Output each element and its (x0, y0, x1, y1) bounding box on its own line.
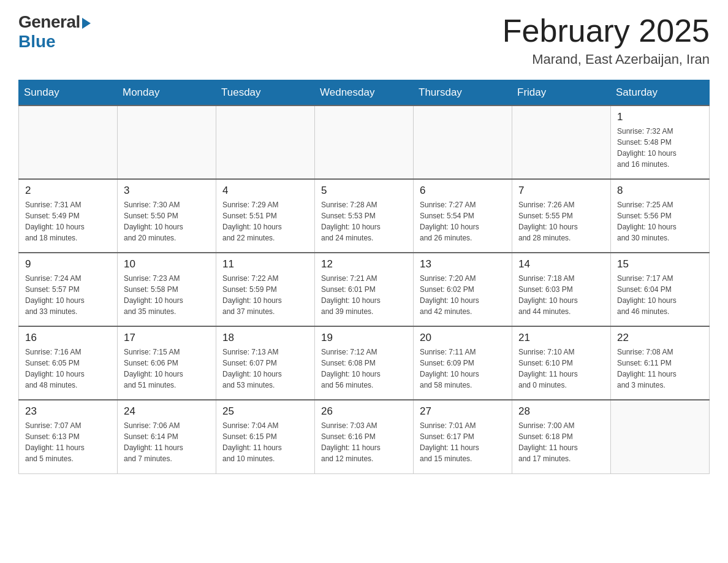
day-number: 8 (617, 185, 703, 197)
page-header: General Blue February 2025 Marand, East … (18, 12, 710, 67)
calendar-header-thursday: Thursday (414, 80, 512, 106)
calendar-cell: 22Sunrise: 7:08 AM Sunset: 6:11 PM Dayli… (611, 326, 710, 400)
location-title: Marand, East Azerbaijan, Iran (502, 52, 710, 67)
calendar-cell: 25Sunrise: 7:04 AM Sunset: 6:15 PM Dayli… (216, 400, 315, 473)
day-info: Sunrise: 7:29 AM Sunset: 5:51 PM Dayligh… (222, 199, 308, 243)
day-number: 13 (420, 258, 506, 270)
day-number: 15 (617, 258, 703, 270)
day-number: 4 (222, 185, 308, 197)
calendar-header-row: SundayMondayTuesdayWednesdayThursdayFrid… (19, 80, 710, 106)
day-number: 3 (124, 185, 210, 197)
day-info: Sunrise: 7:11 AM Sunset: 6:09 PM Dayligh… (420, 347, 506, 391)
logo-general-text: General (18, 12, 80, 32)
calendar-header-friday: Friday (512, 80, 611, 106)
day-number: 9 (25, 258, 111, 270)
calendar-header-monday: Monday (118, 80, 216, 106)
calendar-header-wednesday: Wednesday (315, 80, 414, 106)
day-info: Sunrise: 7:06 AM Sunset: 6:14 PM Dayligh… (124, 420, 210, 464)
calendar-cell (512, 105, 611, 179)
week-row-4: 16Sunrise: 7:16 AM Sunset: 6:05 PM Dayli… (19, 326, 710, 400)
calendar-cell: 6Sunrise: 7:27 AM Sunset: 5:54 PM Daylig… (414, 179, 512, 253)
day-info: Sunrise: 7:00 AM Sunset: 6:18 PM Dayligh… (518, 420, 604, 464)
day-number: 5 (321, 185, 407, 197)
day-number: 22 (617, 332, 703, 344)
day-info: Sunrise: 7:07 AM Sunset: 6:13 PM Dayligh… (25, 420, 111, 464)
day-info: Sunrise: 7:22 AM Sunset: 5:59 PM Dayligh… (222, 273, 308, 317)
day-number: 21 (518, 332, 604, 344)
day-number: 12 (321, 258, 407, 270)
day-number: 25 (222, 405, 308, 418)
week-row-2: 2Sunrise: 7:31 AM Sunset: 5:49 PM Daylig… (19, 179, 710, 253)
calendar-cell (315, 105, 414, 179)
day-number: 28 (518, 405, 604, 418)
week-row-3: 9Sunrise: 7:24 AM Sunset: 5:57 PM Daylig… (19, 253, 710, 326)
calendar-cell: 26Sunrise: 7:03 AM Sunset: 6:16 PM Dayli… (315, 400, 414, 473)
day-info: Sunrise: 7:31 AM Sunset: 5:49 PM Dayligh… (25, 199, 111, 243)
month-title: February 2025 (502, 12, 710, 49)
week-row-1: 1Sunrise: 7:32 AM Sunset: 5:48 PM Daylig… (19, 105, 710, 179)
logo: General Blue (18, 12, 91, 52)
day-info: Sunrise: 7:24 AM Sunset: 5:57 PM Dayligh… (25, 273, 111, 317)
day-info: Sunrise: 7:08 AM Sunset: 6:11 PM Dayligh… (617, 347, 703, 391)
day-info: Sunrise: 7:01 AM Sunset: 6:17 PM Dayligh… (420, 420, 506, 464)
day-info: Sunrise: 7:15 AM Sunset: 6:06 PM Dayligh… (124, 347, 210, 391)
day-number: 2 (25, 185, 111, 197)
calendar-cell: 21Sunrise: 7:10 AM Sunset: 6:10 PM Dayli… (512, 326, 611, 400)
day-info: Sunrise: 7:18 AM Sunset: 6:03 PM Dayligh… (518, 273, 604, 317)
calendar-cell: 12Sunrise: 7:21 AM Sunset: 6:01 PM Dayli… (315, 253, 414, 326)
day-number: 27 (420, 405, 506, 418)
calendar-header-sunday: Sunday (19, 80, 118, 106)
day-number: 24 (124, 405, 210, 418)
day-info: Sunrise: 7:03 AM Sunset: 6:16 PM Dayligh… (321, 420, 407, 464)
calendar-cell: 9Sunrise: 7:24 AM Sunset: 5:57 PM Daylig… (19, 253, 118, 326)
calendar-cell: 7Sunrise: 7:26 AM Sunset: 5:55 PM Daylig… (512, 179, 611, 253)
day-number: 18 (222, 332, 308, 344)
day-number: 26 (321, 405, 407, 418)
day-info: Sunrise: 7:26 AM Sunset: 5:55 PM Dayligh… (518, 199, 604, 243)
calendar-cell: 2Sunrise: 7:31 AM Sunset: 5:49 PM Daylig… (19, 179, 118, 253)
day-info: Sunrise: 7:27 AM Sunset: 5:54 PM Dayligh… (420, 199, 506, 243)
day-number: 14 (518, 258, 604, 270)
day-info: Sunrise: 7:04 AM Sunset: 6:15 PM Dayligh… (222, 420, 308, 464)
calendar-cell (216, 105, 315, 179)
calendar-cell: 13Sunrise: 7:20 AM Sunset: 6:02 PM Dayli… (414, 253, 512, 326)
calendar-cell (414, 105, 512, 179)
day-info: Sunrise: 7:32 AM Sunset: 5:48 PM Dayligh… (617, 126, 703, 170)
calendar-cell: 5Sunrise: 7:28 AM Sunset: 5:53 PM Daylig… (315, 179, 414, 253)
logo-arrow-icon (82, 18, 91, 29)
title-area: February 2025 Marand, East Azerbaijan, I… (502, 12, 710, 67)
calendar-cell: 10Sunrise: 7:23 AM Sunset: 5:58 PM Dayli… (118, 253, 216, 326)
calendar-cell (611, 400, 710, 473)
day-number: 19 (321, 332, 407, 344)
calendar-cell: 8Sunrise: 7:25 AM Sunset: 5:56 PM Daylig… (611, 179, 710, 253)
calendar-table: SundayMondayTuesdayWednesdayThursdayFrid… (18, 80, 710, 474)
calendar-cell: 11Sunrise: 7:22 AM Sunset: 5:59 PM Dayli… (216, 253, 315, 326)
calendar-cell: 17Sunrise: 7:15 AM Sunset: 6:06 PM Dayli… (118, 326, 216, 400)
calendar-cell: 28Sunrise: 7:00 AM Sunset: 6:18 PM Dayli… (512, 400, 611, 473)
day-info: Sunrise: 7:10 AM Sunset: 6:10 PM Dayligh… (518, 347, 604, 391)
calendar-cell: 3Sunrise: 7:30 AM Sunset: 5:50 PM Daylig… (118, 179, 216, 253)
day-info: Sunrise: 7:16 AM Sunset: 6:05 PM Dayligh… (25, 347, 111, 391)
day-number: 11 (222, 258, 308, 270)
calendar-cell: 14Sunrise: 7:18 AM Sunset: 6:03 PM Dayli… (512, 253, 611, 326)
week-row-5: 23Sunrise: 7:07 AM Sunset: 6:13 PM Dayli… (19, 400, 710, 473)
calendar-cell: 16Sunrise: 7:16 AM Sunset: 6:05 PM Dayli… (19, 326, 118, 400)
day-number: 1 (617, 111, 703, 123)
calendar-cell: 1Sunrise: 7:32 AM Sunset: 5:48 PM Daylig… (611, 105, 710, 179)
day-number: 23 (25, 405, 111, 418)
calendar-cell: 23Sunrise: 7:07 AM Sunset: 6:13 PM Dayli… (19, 400, 118, 473)
day-info: Sunrise: 7:23 AM Sunset: 5:58 PM Dayligh… (124, 273, 210, 317)
calendar-cell: 15Sunrise: 7:17 AM Sunset: 6:04 PM Dayli… (611, 253, 710, 326)
calendar-cell (19, 105, 118, 179)
day-info: Sunrise: 7:21 AM Sunset: 6:01 PM Dayligh… (321, 273, 407, 317)
day-number: 7 (518, 185, 604, 197)
calendar-cell: 27Sunrise: 7:01 AM Sunset: 6:17 PM Dayli… (414, 400, 512, 473)
day-number: 6 (420, 185, 506, 197)
day-info: Sunrise: 7:30 AM Sunset: 5:50 PM Dayligh… (124, 199, 210, 243)
day-info: Sunrise: 7:25 AM Sunset: 5:56 PM Dayligh… (617, 199, 703, 243)
day-info: Sunrise: 7:20 AM Sunset: 6:02 PM Dayligh… (420, 273, 506, 317)
calendar-cell: 18Sunrise: 7:13 AM Sunset: 6:07 PM Dayli… (216, 326, 315, 400)
day-number: 20 (420, 332, 506, 344)
calendar-header-saturday: Saturday (611, 80, 710, 106)
day-info: Sunrise: 7:12 AM Sunset: 6:08 PM Dayligh… (321, 347, 407, 391)
